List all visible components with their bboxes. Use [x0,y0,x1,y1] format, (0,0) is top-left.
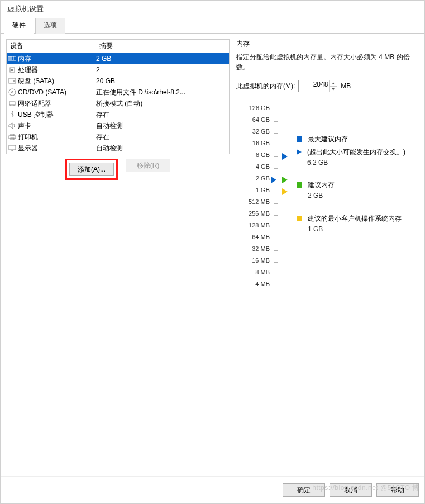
memory-tick-label: 4 GB [256,161,270,173]
memory-settings-panel: 内存 指定分配给此虚拟机的内存量。内存大小必须为 4 MB 的倍数。 此虚拟机的… [236,39,424,470]
disk-icon [7,78,18,84]
svg-point-13 [12,111,13,112]
hardware-summary: 自动检测 [96,144,229,153]
hardware-list[interactable]: 内存2 GB处理器2硬盘 (SATA)20 GBCD/DVD (SATA)正在使… [7,53,229,154]
tab-options[interactable]: 选项 [35,18,65,34]
ok-button[interactable]: 确定 [283,483,325,497]
svg-rect-0 [8,56,16,60]
hardware-name: USB 控制器 [18,110,96,120]
printer-icon [7,134,18,140]
hardware-name: 处理器 [18,65,96,75]
hardware-summary: 存在 [96,110,229,120]
col-device: 设备 [7,40,96,53]
memory-tick-label: 16 GB [252,137,270,149]
legend-max-label: 最大建议内存 [308,135,348,144]
memory-tick-label: 512 MB [249,196,270,208]
hardware-row-usb[interactable]: USB 控制器存在 [7,109,229,120]
memory-tick-label: 128 MB [249,220,270,231]
hardware-name: 内存 [18,54,96,64]
sound-icon [7,122,18,129]
cpu-icon [7,66,18,74]
legend-min-value: 1 GB [308,225,402,234]
add-button-highlight: 添加(A)... [65,159,118,180]
svg-rect-5 [11,69,13,71]
legend-rec-value: 2 GB [308,191,335,201]
memory-tick-label: 16 MB [252,255,270,267]
dialog-title: 虚拟机设置 [1,1,424,17]
hardware-summary: 存在 [96,132,229,142]
cd-icon [7,88,18,96]
legend-max-value: 6.2 GB [307,158,405,168]
hardware-row-cd[interactable]: CD/DVD (SATA)正在使用文件 D:\iso\rhel-8.2... [7,87,229,98]
memory-tick-label: 8 MB [255,267,270,278]
hardware-row-display[interactable]: 显示器自动检测 [7,142,229,154]
hardware-row-net[interactable]: 网络适配器桥接模式 (自动) [7,98,229,109]
memory-max-marker [282,153,288,160]
memory-tick-label: 64 MB [252,231,270,243]
memory-legend: 最大建议内存 (超出此大小可能发生内存交换。) 6.2 GB [297,102,405,290]
memory-tick-label: 4 MB [255,278,270,290]
legend-rec-square-icon [297,182,302,188]
hardware-actions: 添加(A)... 移除(R) [6,154,230,184]
memory-icon [7,56,18,61]
svg-rect-17 [9,145,16,150]
memory-tick-label: 32 GB [252,126,270,137]
dialog-footer: 确定 取消 帮助 [1,476,424,503]
memory-min-marker [282,188,288,195]
legend-max-triangle-icon [297,149,302,155]
spinner-up-icon[interactable]: ▲ [330,80,337,87]
hardware-name: 硬盘 (SATA) [18,77,96,86]
hardware-list-panel: 设备 摘要 内存2 GB处理器2硬盘 (SATA)20 GBCD/DVD (SA… [6,39,230,154]
hardware-row-memory[interactable]: 内存2 GB [7,53,229,64]
hardware-row-sound[interactable]: 声卡自动检测 [7,120,229,131]
svg-rect-6 [9,78,16,83]
hardware-name: 网络适配器 [18,99,96,108]
hardware-row-cpu[interactable]: 处理器2 [7,64,229,75]
hardware-name: 打印机 [18,132,96,142]
memory-chart: 128 GB64 GB32 GB16 GB8 GB4 GB2 GB1 GB512… [236,102,422,290]
memory-tick-label: 32 MB [252,243,270,255]
hardware-name: CD/DVD (SATA) [18,88,96,96]
help-button[interactable]: 帮助 [376,483,419,497]
legend-max-sub: (超出此大小可能发生内存交换。) [307,148,405,157]
add-button[interactable]: 添加(A)... [69,163,114,176]
memory-input[interactable]: 2048 ▲ ▼ [298,80,337,92]
legend-max-square-icon [297,136,302,142]
memory-input-label: 此虚拟机的内存(M): [236,82,295,91]
hardware-name: 声卡 [18,121,96,131]
memory-tick-label: 2 GB [256,173,270,184]
svg-point-8 [9,89,16,96]
memory-tick-label: 1 GB [256,184,270,196]
memory-section-title: 内存 [236,39,422,49]
legend-rec-label: 建议内存 [308,180,335,190]
memory-tick-labels: 128 GB64 GB32 GB16 GB8 GB4 GB2 GB1 GB512… [236,102,270,290]
hardware-row-printer[interactable]: 打印机存在 [7,131,229,142]
memory-slider-track[interactable] [274,104,279,290]
hardware-summary: 自动检测 [96,121,229,131]
svg-point-9 [12,92,13,93]
memory-current-marker[interactable] [271,177,276,183]
legend-min-label: 建议的最小客户机操作系统内存 [308,214,402,224]
hardware-summary: 桥接模式 (自动) [96,99,229,108]
memory-tick-label: 8 GB [256,149,270,161]
hardware-list-header: 设备 摘要 [7,40,229,53]
memory-spinner[interactable]: ▲ ▼ [329,80,337,92]
col-summary: 摘要 [96,40,229,53]
hardware-summary: 2 [96,66,229,74]
tab-hardware[interactable]: 硬件 [4,18,34,34]
display-icon [7,145,18,151]
hardware-row-disk[interactable]: 硬盘 (SATA)20 GB [7,75,229,87]
cancel-button[interactable]: 取消 [330,483,372,497]
memory-recommended-marker [282,177,288,183]
svg-rect-15 [11,134,14,136]
hardware-summary: 2 GB [96,55,229,63]
svg-rect-10 [9,102,15,105]
memory-tick-label: 64 GB [252,114,270,126]
tab-bar: 硬件 选项 [1,17,424,33]
spinner-down-icon[interactable]: ▼ [330,87,337,92]
hardware-name: 显示器 [18,144,96,153]
memory-input-value: 2048 [313,80,328,88]
usb-icon [7,111,18,118]
svg-point-7 [13,80,15,82]
memory-tick-label: 256 MB [249,208,270,220]
